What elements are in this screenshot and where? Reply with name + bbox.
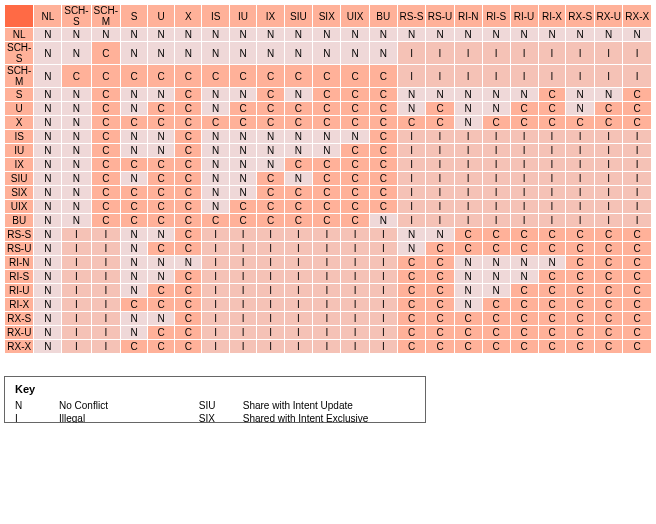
matrix-cell: C [121, 340, 148, 354]
matrix-cell: I [454, 186, 482, 200]
matrix-cell: C [175, 340, 202, 354]
matrix-cell: N [284, 172, 312, 186]
row-header: IS [5, 130, 34, 144]
matrix-cell: I [62, 340, 91, 354]
matrix-cell: C [369, 158, 397, 172]
matrix-cell: C [426, 284, 454, 298]
row-header: IX [5, 158, 34, 172]
matrix-cell: C [175, 65, 202, 88]
row-header: IU [5, 144, 34, 158]
row-header: RI-N [5, 256, 34, 270]
matrix-cell: C [369, 172, 397, 186]
matrix-cell: C [313, 88, 341, 102]
matrix-cell: I [369, 340, 397, 354]
matrix-cell: I [341, 270, 369, 284]
key-code: SIX [199, 412, 237, 423]
matrix-cell: N [454, 298, 482, 312]
matrix-cell: I [566, 214, 594, 228]
matrix-cell: C [284, 65, 312, 88]
matrix-cell: N [284, 130, 312, 144]
matrix-cell: C [229, 102, 257, 116]
row-header: SIU [5, 172, 34, 186]
matrix-cell: N [397, 102, 425, 116]
matrix-cell: I [397, 42, 425, 65]
matrix-cell: C [341, 172, 369, 186]
matrix-cell: N [34, 42, 62, 65]
matrix-cell: N [34, 312, 62, 326]
matrix-cell: N [34, 340, 62, 354]
matrix-cell: N [148, 270, 175, 284]
matrix-cell: I [454, 130, 482, 144]
matrix-cell: C [313, 65, 341, 88]
matrix-cell: N [121, 102, 148, 116]
matrix-cell: N [257, 42, 284, 65]
matrix-cell: I [62, 312, 91, 326]
matrix-cell: I [313, 284, 341, 298]
matrix-cell: N [202, 88, 229, 102]
matrix-cell: N [34, 172, 62, 186]
matrix-cell: C [91, 102, 120, 116]
matrix-cell: C [426, 256, 454, 270]
matrix-cell: C [175, 200, 202, 214]
matrix-cell: I [313, 312, 341, 326]
matrix-cell: I [341, 284, 369, 298]
row-header: RS-S [5, 228, 34, 242]
matrix-cell: I [91, 228, 120, 242]
matrix-cell: C [313, 158, 341, 172]
matrix-cell: I [313, 228, 341, 242]
matrix-cell: N [148, 130, 175, 144]
matrix-cell: C [594, 298, 622, 312]
matrix-cell: I [91, 256, 120, 270]
matrix-cell: N [34, 144, 62, 158]
matrix-cell: N [369, 214, 397, 228]
matrix-cell: N [175, 256, 202, 270]
matrix-cell: I [257, 284, 284, 298]
matrix-cell: C [369, 186, 397, 200]
matrix-cell: C [91, 42, 120, 65]
matrix-cell: C [510, 326, 538, 340]
matrix-cell: N [341, 130, 369, 144]
matrix-cell: I [538, 42, 566, 65]
matrix-cell: C [91, 172, 120, 186]
matrix-cell: I [426, 200, 454, 214]
matrix-cell: N [62, 200, 91, 214]
matrix-cell: N [341, 28, 369, 42]
matrix-cell: C [397, 298, 425, 312]
matrix-cell: N [482, 102, 510, 116]
matrix-cell: I [284, 312, 312, 326]
row-header: NL [5, 28, 34, 42]
matrix-cell: I [202, 228, 229, 242]
matrix-cell: I [482, 42, 510, 65]
matrix-cell: I [454, 172, 482, 186]
matrix-cell: I [397, 158, 425, 172]
matrix-cell: C [91, 200, 120, 214]
matrix-cell: N [229, 172, 257, 186]
matrix-cell: I [229, 270, 257, 284]
matrix-cell: C [510, 242, 538, 256]
matrix-cell: I [510, 214, 538, 228]
row-header: RS-U [5, 242, 34, 256]
matrix-cell: N [121, 144, 148, 158]
matrix-cell: I [482, 144, 510, 158]
matrix-cell: C [369, 144, 397, 158]
matrix-cell: I [341, 312, 369, 326]
matrix-cell: C [538, 102, 566, 116]
matrix-cell: C [257, 200, 284, 214]
key-code: I [15, 412, 53, 423]
matrix-cell: I [482, 172, 510, 186]
matrix-cell: I [426, 158, 454, 172]
matrix-cell: N [397, 28, 425, 42]
matrix-cell: C [566, 116, 594, 130]
matrix-cell: C [482, 242, 510, 256]
matrix-cell: I [482, 186, 510, 200]
matrix-cell: I [397, 214, 425, 228]
key-code: N [15, 399, 53, 412]
matrix-cell: C [121, 116, 148, 130]
matrix-cell: C [454, 228, 482, 242]
matrix-cell: I [257, 312, 284, 326]
matrix-cell: I [426, 144, 454, 158]
matrix-cell: N [454, 88, 482, 102]
matrix-cell: C [538, 116, 566, 130]
matrix-cell: I [594, 158, 622, 172]
matrix-cell: I [202, 326, 229, 340]
